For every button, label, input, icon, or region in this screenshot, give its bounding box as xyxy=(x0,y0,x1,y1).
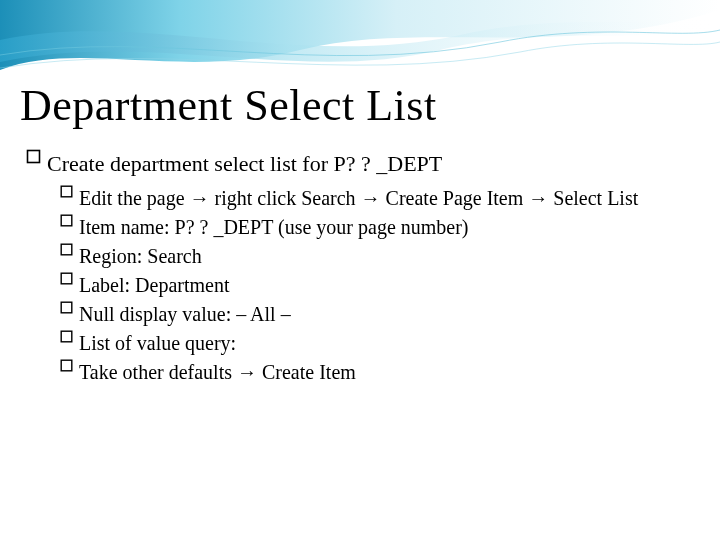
square-bullet-icon xyxy=(60,185,73,198)
bullet-level2-text: Null display value: – All – xyxy=(79,301,700,328)
bullet-level2-text: Region: Search xyxy=(79,243,700,270)
bullet-level2: Edit the page → right click Search → Cre… xyxy=(60,185,700,212)
slide-title: Department Select List xyxy=(20,80,700,131)
svg-rect-2 xyxy=(61,215,72,226)
bullet-level1-text: Create department select list for P? ? _… xyxy=(47,149,700,179)
bullet-level2: Take other defaults → Create Item xyxy=(60,359,700,386)
bullet-level2-text: Label: Department xyxy=(79,272,700,299)
bullet-level2: Label: Department xyxy=(60,272,700,299)
bullet-level2-text: Item name: P? ? _DEPT (use your page num… xyxy=(79,214,700,241)
svg-rect-4 xyxy=(61,273,72,284)
svg-rect-3 xyxy=(61,244,72,255)
svg-rect-0 xyxy=(28,151,40,163)
square-bullet-icon xyxy=(60,272,73,285)
bullet-level2-text: List of value query: xyxy=(79,330,700,357)
bullet-level2: Item name: P? ? _DEPT (use your page num… xyxy=(60,214,700,241)
square-bullet-icon xyxy=(60,301,73,314)
svg-rect-7 xyxy=(61,360,72,371)
bullet-level2-text: Take other defaults → Create Item xyxy=(79,359,700,386)
square-bullet-icon xyxy=(60,214,73,227)
svg-rect-1 xyxy=(61,186,72,197)
bullet-level1: Create department select list for P? ? _… xyxy=(26,149,700,179)
square-bullet-icon xyxy=(60,330,73,343)
bullet-level2: Region: Search xyxy=(60,243,700,270)
bullet-level2: List of value query: xyxy=(60,330,700,357)
svg-rect-5 xyxy=(61,302,72,313)
slide-content: Department Select List Create department… xyxy=(20,80,700,388)
bullet-level2: Null display value: – All – xyxy=(60,301,700,328)
square-bullet-icon xyxy=(26,149,41,164)
square-bullet-icon xyxy=(60,243,73,256)
square-bullet-icon xyxy=(60,359,73,372)
svg-rect-6 xyxy=(61,331,72,342)
bullet-level2-text: Edit the page → right click Search → Cre… xyxy=(79,185,700,212)
